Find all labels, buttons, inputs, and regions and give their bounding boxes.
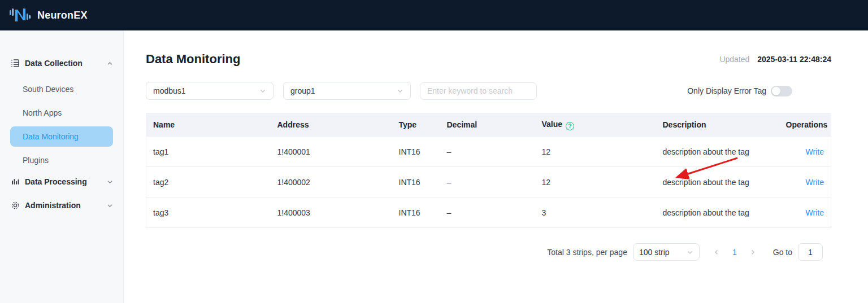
table-row: tag1 1!400001 INT16 – 12 description abo… xyxy=(146,137,831,167)
sidebar-item-south-devices[interactable]: South Devices xyxy=(10,79,113,99)
sidebar-group-data-processing[interactable]: Data Processing xyxy=(0,174,123,190)
col-address: Address xyxy=(271,113,392,137)
grid-icon xyxy=(10,59,20,68)
write-button[interactable]: Write xyxy=(806,208,824,217)
tag-decimal: – xyxy=(440,137,535,167)
error-toggle-label: Only Display Error Tag xyxy=(687,86,766,95)
chevron-up-icon xyxy=(107,60,113,67)
sidebar-item-north-apps[interactable]: North Apps xyxy=(10,103,113,123)
neuronex-logo-icon xyxy=(9,6,32,24)
table-row: tag2 1!400002 INT16 – 12 description abo… xyxy=(146,167,831,197)
main-content: Data Monitoring Updated 2025-03-11 22:48… xyxy=(124,30,868,303)
tag-value: 3 xyxy=(535,197,656,228)
bars-icon xyxy=(10,177,20,187)
brand[interactable]: NeuronEX xyxy=(9,6,88,24)
group-select[interactable]: group1 xyxy=(283,82,411,100)
tag-name: tag3 xyxy=(146,197,271,228)
tag-description: description about the tag xyxy=(656,197,779,228)
next-page-icon[interactable] xyxy=(749,249,756,256)
group-select-value: group1 xyxy=(290,86,315,95)
goto-page-input[interactable] xyxy=(798,243,823,261)
question-circle-icon[interactable]: ? xyxy=(566,122,574,130)
pagination: Total 3 strips, per page 100 strip 1 Go … xyxy=(146,243,831,261)
col-name: Name xyxy=(146,113,271,137)
tag-description: description about the tag xyxy=(656,167,779,197)
sidebar: Data Collection South Devices North Apps… xyxy=(0,30,124,303)
page-size-select[interactable]: 100 strip xyxy=(633,243,700,261)
tag-value: 12 xyxy=(535,167,656,197)
tag-address: 1!400003 xyxy=(271,197,392,228)
col-decimal: Decimal xyxy=(440,113,535,137)
col-description: Description xyxy=(656,113,779,137)
tag-decimal: – xyxy=(440,197,535,228)
page-number[interactable]: 1 xyxy=(732,248,737,257)
tags-table: Name Address Type Decimal Value? Descrip… xyxy=(146,113,831,228)
pagination-total: Total 3 strips, per page xyxy=(547,248,627,257)
write-button[interactable]: Write xyxy=(806,178,824,187)
page-size-value: 100 strip xyxy=(639,248,670,257)
tag-name: tag1 xyxy=(146,137,271,167)
app-header: NeuronEX xyxy=(0,0,868,30)
col-value: Value? xyxy=(535,113,656,137)
goto-label: Go to xyxy=(773,248,792,257)
updated-timestamp: 2025-03-11 22:48:24 xyxy=(757,55,831,64)
chevron-down-icon xyxy=(687,249,693,256)
gear-icon xyxy=(10,201,20,210)
sidebar-group-label: Data Collection xyxy=(25,59,107,68)
tag-type: INT16 xyxy=(392,167,440,197)
write-button[interactable]: Write xyxy=(806,147,824,156)
node-select-value: modbus1 xyxy=(153,86,186,95)
updated-info: Updated 2025-03-11 22:48:24 xyxy=(719,55,831,64)
brand-name: NeuronEX xyxy=(37,10,88,21)
search-input[interactable] xyxy=(420,82,537,100)
tag-name: tag2 xyxy=(146,167,271,197)
prev-page-icon[interactable] xyxy=(713,249,720,256)
tag-value: 12 xyxy=(535,137,656,167)
filter-bar: modbus1 group1 Only Display Error Tag xyxy=(146,82,831,100)
table-header-row: Name Address Type Decimal Value? Descrip… xyxy=(146,113,831,137)
tag-address: 1!400002 xyxy=(271,167,392,197)
sidebar-group-data-collection[interactable]: Data Collection xyxy=(0,55,123,71)
chevron-down-icon xyxy=(107,203,113,209)
chevron-down-icon xyxy=(259,87,266,94)
tag-type: INT16 xyxy=(392,197,440,228)
toggle-knob xyxy=(772,87,780,95)
table-row: tag3 1!400003 INT16 – 3 description abou… xyxy=(146,197,831,228)
col-operations: Operations xyxy=(779,113,831,137)
sidebar-item-data-monitoring[interactable]: Data Monitoring xyxy=(10,126,113,147)
tag-decimal: – xyxy=(440,167,535,197)
sidebar-group-label: Administration xyxy=(25,201,107,210)
col-type: Type xyxy=(392,113,440,137)
error-tag-toggle[interactable] xyxy=(771,86,792,96)
updated-label: Updated xyxy=(719,55,749,64)
tag-address: 1!400001 xyxy=(271,137,392,167)
page-title: Data Monitoring xyxy=(146,52,240,67)
chevron-down-icon xyxy=(397,87,403,94)
chevron-down-icon xyxy=(107,179,113,185)
tag-type: INT16 xyxy=(392,137,440,167)
sidebar-item-plugins[interactable]: Plugins xyxy=(10,150,113,170)
sidebar-group-label: Data Processing xyxy=(25,177,107,186)
tag-description: description about the tag xyxy=(656,137,779,167)
sidebar-group-administration[interactable]: Administration xyxy=(0,197,123,213)
node-select[interactable]: modbus1 xyxy=(146,82,274,100)
